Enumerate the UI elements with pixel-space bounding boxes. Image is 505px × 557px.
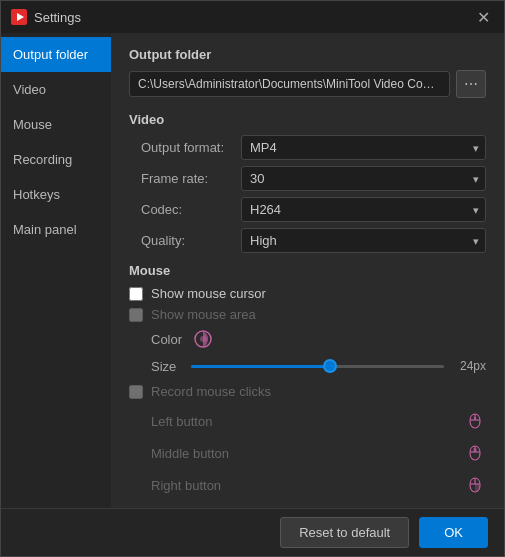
browse-icon: ⋯ — [464, 76, 478, 92]
sidebar-item-recording[interactable]: Recording — [1, 142, 111, 177]
codec-label: Codec: — [141, 202, 241, 217]
video-section: Video Output format: MP4 Frame rate: 30 — [129, 112, 486, 253]
close-button[interactable]: ✕ — [471, 6, 496, 29]
app-icon — [11, 9, 27, 25]
folder-path: C:\Users\Administrator\Documents\MiniToo… — [129, 71, 450, 97]
mouse-section: Mouse Show mouse cursor Show mouse area … — [129, 263, 486, 508]
show-area-label: Show mouse area — [151, 307, 256, 322]
sidebar-item-output-folder[interactable]: Output folder — [1, 37, 111, 72]
sidebar: Output folder Video Mouse Recording Hotk… — [1, 33, 111, 508]
show-cursor-checkbox[interactable] — [129, 287, 143, 301]
quality-row: Quality: High — [129, 228, 486, 253]
sidebar-item-hotkeys[interactable]: Hotkeys — [1, 177, 111, 212]
titlebar: Settings ✕ — [1, 1, 504, 33]
color-label: Color — [151, 332, 182, 347]
footer: Reset to default OK — [1, 508, 504, 556]
folder-row: C:\Users\Administrator\Documents\MiniToo… — [129, 70, 486, 98]
mouse-label: Mouse — [129, 263, 486, 278]
middle-button-label: Middle button — [151, 446, 464, 461]
size-row: Size 24px — [129, 358, 486, 374]
frame-rate-select[interactable]: 30 — [241, 166, 486, 191]
codec-row: Codec: H264 — [129, 197, 486, 222]
ok-button[interactable]: OK — [419, 517, 488, 548]
sidebar-item-mouse[interactable]: Mouse — [1, 107, 111, 142]
output-format-select[interactable]: MP4 — [241, 135, 486, 160]
record-clicks-checkbox[interactable] — [129, 385, 143, 399]
show-cursor-label: Show mouse cursor — [151, 286, 266, 301]
size-slider-wrapper — [191, 358, 444, 374]
sidebar-item-main-panel[interactable]: Main panel — [1, 212, 111, 247]
quality-select-wrapper: High — [241, 228, 486, 253]
quality-label: Quality: — [141, 233, 241, 248]
color-row: Color — [129, 328, 486, 350]
sidebar-item-video[interactable]: Video — [1, 72, 111, 107]
reset-button[interactable]: Reset to default — [280, 517, 409, 548]
frame-rate-row: Frame rate: 30 — [129, 166, 486, 191]
main-content: Output folder C:\Users\Administrator\Doc… — [111, 33, 504, 508]
color-icon — [192, 328, 214, 350]
record-clicks-label: Record mouse clicks — [151, 384, 271, 399]
svg-rect-9 — [474, 448, 477, 452]
right-button-row: Right button — [129, 469, 486, 501]
svg-point-3 — [200, 336, 206, 342]
output-folder-label: Output folder — [129, 47, 486, 62]
show-area-row: Show mouse area — [129, 307, 486, 322]
output-format-row: Output format: MP4 — [129, 135, 486, 160]
slider-track — [191, 365, 444, 368]
slider-thumb[interactable] — [323, 359, 337, 373]
size-value: 24px — [454, 359, 486, 373]
folder-browse-button[interactable]: ⋯ — [456, 70, 486, 98]
window-title: Settings — [34, 10, 81, 25]
content-area: Output folder Video Mouse Recording Hotk… — [1, 33, 504, 508]
titlebar-left: Settings — [11, 9, 81, 25]
slider-fill — [191, 365, 330, 368]
left-button-label: Left button — [151, 414, 464, 429]
output-format-select-wrapper: MP4 — [241, 135, 486, 160]
middle-button-icon — [464, 442, 486, 464]
settings-window: Settings ✕ Output folder Video Mouse Rec… — [0, 0, 505, 557]
frame-rate-label: Frame rate: — [141, 171, 241, 186]
video-label: Video — [129, 112, 486, 127]
codec-select-wrapper: H264 — [241, 197, 486, 222]
codec-select[interactable]: H264 — [241, 197, 486, 222]
svg-point-6 — [474, 417, 476, 419]
left-button-icon — [464, 410, 486, 432]
show-cursor-row: Show mouse cursor — [129, 286, 486, 301]
show-area-checkbox[interactable] — [129, 308, 143, 322]
left-button-row: Left button — [129, 405, 486, 437]
frame-rate-select-wrapper: 30 — [241, 166, 486, 191]
size-label: Size — [151, 359, 181, 374]
record-clicks-row: Record mouse clicks — [129, 384, 486, 399]
output-format-label: Output format: — [141, 140, 241, 155]
right-button-icon — [464, 474, 486, 496]
quality-select[interactable]: High — [241, 228, 486, 253]
right-button-label: Right button — [151, 478, 464, 493]
middle-button-row: Middle button — [129, 437, 486, 469]
